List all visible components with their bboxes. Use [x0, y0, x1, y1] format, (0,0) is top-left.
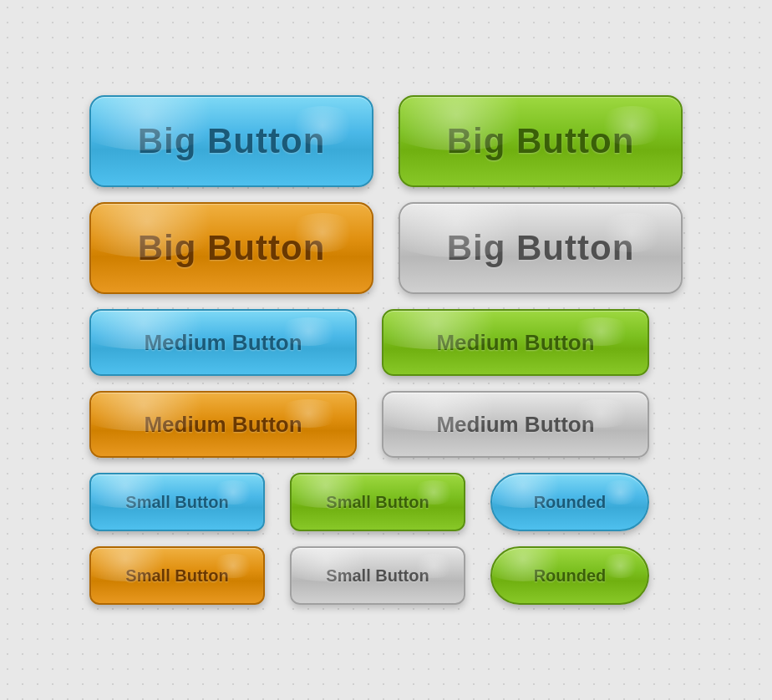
- rounded-blue-button[interactable]: Rounded: [490, 473, 649, 531]
- row-big-2: Big Button Big Button: [89, 202, 683, 294]
- medium-orange-label: Medium Button: [144, 412, 302, 438]
- big-green-button[interactable]: Big Button: [399, 95, 683, 187]
- big-blue-label: Big Button: [138, 121, 326, 161]
- row-medium-2: Medium Button Medium Button: [89, 391, 683, 458]
- medium-green-button[interactable]: Medium Button: [382, 309, 649, 376]
- big-orange-label: Big Button: [138, 228, 326, 268]
- medium-green-label: Medium Button: [436, 330, 594, 356]
- small-green-label: Small Button: [326, 493, 429, 512]
- rounded-green-button[interactable]: Rounded: [490, 546, 649, 605]
- medium-gray-button[interactable]: Medium Button: [382, 391, 649, 458]
- row-big-1: Big Button Big Button: [89, 95, 683, 187]
- medium-blue-button[interactable]: Medium Button: [89, 309, 357, 376]
- small-green-button[interactable]: Small Button: [290, 473, 465, 531]
- rounded-green-label: Rounded: [534, 566, 607, 586]
- small-orange-label: Small Button: [125, 566, 228, 586]
- small-blue-label: Small Button: [125, 493, 228, 512]
- small-blue-button[interactable]: Small Button: [89, 473, 265, 531]
- rounded-blue-label: Rounded: [534, 493, 607, 512]
- row-medium-1: Medium Button Medium Button: [89, 309, 683, 376]
- big-orange-button[interactable]: Big Button: [89, 202, 373, 294]
- row-small-2: Small Button Small Button Rounded: [89, 546, 683, 605]
- medium-orange-button[interactable]: Medium Button: [89, 391, 357, 458]
- big-gray-button[interactable]: Big Button: [399, 202, 683, 294]
- big-blue-button[interactable]: Big Button: [89, 95, 373, 187]
- medium-blue-label: Medium Button: [144, 330, 302, 356]
- big-gray-label: Big Button: [447, 228, 635, 268]
- big-green-label: Big Button: [447, 121, 635, 161]
- small-gray-label: Small Button: [326, 566, 429, 586]
- small-orange-button[interactable]: Small Button: [89, 546, 265, 605]
- button-showcase: Big Button Big Button Big Button Big But…: [56, 62, 716, 638]
- row-small-1: Small Button Small Button Rounded: [89, 473, 683, 531]
- medium-gray-label: Medium Button: [436, 412, 594, 438]
- small-gray-button[interactable]: Small Button: [290, 546, 465, 605]
